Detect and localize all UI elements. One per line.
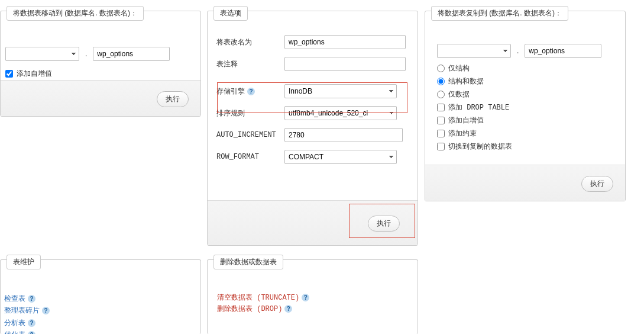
engine-select[interactable]: InnoDB xyxy=(284,84,397,98)
link-drop[interactable]: 删除数据表 (DROP) xyxy=(217,305,282,313)
move-table-panel: 将数据表移动到 (数据库名. 数据表名)： . 添加自增值 执行 xyxy=(0,11,201,117)
copy-db-select[interactable] xyxy=(437,44,511,58)
move-db-select[interactable] xyxy=(5,47,79,61)
delete-panel-title: 删除数据或数据表 xyxy=(213,255,283,269)
help-icon[interactable]: ? xyxy=(302,294,309,301)
move-table-input[interactable] xyxy=(93,47,170,61)
link-analyze[interactable]: 分析表 xyxy=(4,319,25,327)
chk-switch[interactable] xyxy=(437,143,445,150)
copy-table-input[interactable] xyxy=(525,44,601,58)
radio-structure-data[interactable] xyxy=(437,78,445,85)
dot-separator: . xyxy=(85,50,87,58)
help-icon[interactable]: ? xyxy=(284,305,292,313)
help-icon[interactable]: ? xyxy=(28,331,35,334)
comment-input[interactable] xyxy=(284,57,406,71)
move-exec-button[interactable]: 执行 xyxy=(157,91,189,107)
link-truncate[interactable]: 清空数据表 (TRUNCATE) xyxy=(217,294,299,302)
collation-label: 排序规则 xyxy=(216,108,284,118)
rowformat-label: ROW_FORMAT xyxy=(216,153,284,161)
autoinc-label: AUTO_INCREMENT xyxy=(216,131,284,139)
help-icon[interactable]: ? xyxy=(247,88,255,95)
help-icon[interactable]: ? xyxy=(28,295,35,303)
table-maintenance-panel: 表维护 检查表? 整理表碎片? 分析表? 优化表? xyxy=(0,259,201,334)
help-icon[interactable]: ? xyxy=(28,319,35,327)
radio-data-only-label[interactable]: 仅数据 xyxy=(437,89,512,99)
link-optimize[interactable]: 优化表 xyxy=(4,330,25,334)
options-panel-title: 表选项 xyxy=(213,6,248,21)
options-exec-button[interactable]: 执行 xyxy=(368,216,400,232)
move-autoinc-checkbox[interactable] xyxy=(5,70,13,78)
chk-autoinc-label[interactable]: 添加自增值 xyxy=(437,115,512,126)
chk-constraints[interactable] xyxy=(437,130,445,137)
chk-switch-label[interactable]: 切换到复制的数据表 xyxy=(437,142,512,152)
collation-select[interactable]: utf8mb4_unicode_520_ci xyxy=(284,106,397,120)
copy-panel-title: 将数据表复制到 (数据库名. 数据表名)： xyxy=(431,6,568,21)
link-defragment[interactable]: 整理表碎片 xyxy=(4,306,40,314)
rename-label: 将表改名为 xyxy=(216,37,284,47)
chk-auto-increment[interactable] xyxy=(437,117,445,124)
radio-data-only[interactable] xyxy=(437,91,445,98)
link-check-table[interactable]: 检查表 xyxy=(4,294,25,303)
copy-table-panel: 将数据表复制到 (数据库名. 数据表名)： . 仅结构 结构和数据 仅数据 添加… xyxy=(425,11,626,201)
rowformat-select[interactable]: COMPACT xyxy=(284,150,397,164)
copy-exec-button[interactable]: 执行 xyxy=(581,176,613,192)
chk-drop-label[interactable]: 添加 DROP TABLE xyxy=(437,102,512,113)
delete-panel: 删除数据或数据表 清空数据表 (TRUNCATE)? 删除数据表 (DROP)? xyxy=(207,259,418,334)
rename-input[interactable] xyxy=(284,35,406,49)
table-options-panel: 表选项 将表改名为 表注释 存储引擎?InnoDB 排序规则utf8mb4_un… xyxy=(207,11,418,246)
radio-structure-only[interactable] xyxy=(437,65,445,72)
move-autoinc-label[interactable]: 添加自增值 xyxy=(5,69,52,78)
autoinc-input[interactable] xyxy=(284,128,403,142)
chk-constraints-label[interactable]: 添加约束 xyxy=(437,129,512,139)
comment-label: 表注释 xyxy=(216,59,284,69)
move-panel-title: 将数据表移动到 (数据库名. 数据表名)： xyxy=(7,6,144,21)
radio-structure-data-label[interactable]: 结构和数据 xyxy=(437,76,512,86)
engine-label: 存储引擎 xyxy=(216,87,245,95)
maint-panel-title: 表维护 xyxy=(7,255,41,269)
dot-separator: . xyxy=(517,47,519,55)
radio-structure-only-label[interactable]: 仅结构 xyxy=(437,63,512,73)
help-icon[interactable]: ? xyxy=(42,307,50,314)
chk-drop-table[interactable] xyxy=(437,104,445,111)
